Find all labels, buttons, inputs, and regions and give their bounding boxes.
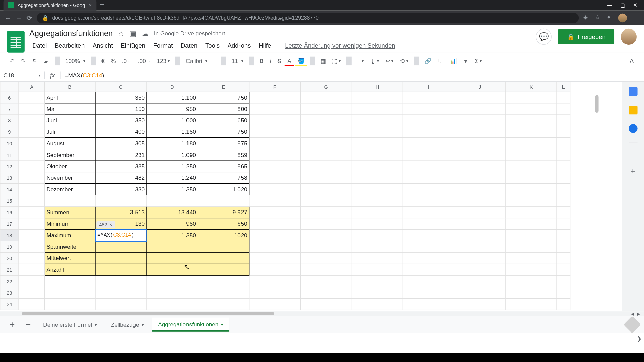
cell[interactable] xyxy=(147,287,198,298)
cell[interactable] xyxy=(454,218,505,229)
cell[interactable] xyxy=(403,287,454,298)
functions-button[interactable]: Σ xyxy=(472,56,484,66)
cell[interactable] xyxy=(557,115,570,126)
cell[interactable] xyxy=(19,230,44,241)
browser-tab[interactable]: Aggregationsfunktionen - Goog × xyxy=(4,0,97,11)
cell[interactable] xyxy=(403,195,454,206)
spreadsheet-grid[interactable]: A B C D E F G H I J K L 6April3501.10075… xyxy=(0,82,570,310)
minimize-icon[interactable]: — xyxy=(607,2,612,8)
cell[interactable] xyxy=(249,138,301,149)
row-header[interactable]: 13 xyxy=(0,172,19,183)
cell[interactable]: 400 xyxy=(95,126,147,137)
scroll-left-icon[interactable]: ◄ xyxy=(630,311,635,317)
cell[interactable] xyxy=(95,195,147,206)
row-header[interactable]: 23 xyxy=(0,287,19,298)
cell[interactable] xyxy=(249,103,301,115)
cell[interactable] xyxy=(249,298,301,310)
cell[interactable]: 1.020 xyxy=(198,184,249,195)
cell[interactable] xyxy=(454,287,505,298)
share-button[interactable]: 🔒 Freigeben xyxy=(558,29,614,44)
cell[interactable] xyxy=(403,241,454,252)
tasks-icon[interactable] xyxy=(629,124,637,133)
cell[interactable] xyxy=(557,126,570,137)
cell[interactable] xyxy=(557,206,570,218)
row-header[interactable]: 12 xyxy=(0,161,19,172)
cell[interactable] xyxy=(557,264,570,276)
fill-color-button[interactable]: 🪣 xyxy=(295,56,307,66)
cell[interactable]: 13.440 xyxy=(147,206,198,218)
cell[interactable] xyxy=(454,252,505,264)
cell[interactable] xyxy=(557,138,570,149)
cell[interactable]: 950 xyxy=(147,218,198,229)
cell[interactable] xyxy=(403,206,454,218)
cell[interactable] xyxy=(454,126,505,137)
col-header-H[interactable]: H xyxy=(352,82,403,92)
cell[interactable] xyxy=(95,241,147,252)
cell[interactable] xyxy=(403,230,454,241)
sheet-tab-1[interactable]: Deine erste Formel▾ xyxy=(37,318,103,331)
cell[interactable] xyxy=(505,276,557,287)
cell[interactable] xyxy=(249,115,301,126)
cell[interactable] xyxy=(19,184,44,195)
cell[interactable]: 950 xyxy=(147,103,198,115)
cell[interactable] xyxy=(352,276,403,287)
cell[interactable] xyxy=(557,195,570,206)
cell[interactable] xyxy=(19,92,44,103)
number-format-select[interactable]: 123 xyxy=(154,56,172,66)
horizontal-scrollbar[interactable] xyxy=(22,312,274,316)
cell[interactable] xyxy=(403,92,454,103)
menu-data[interactable]: Daten xyxy=(178,41,201,50)
cell[interactable] xyxy=(19,172,44,183)
vertical-scrollbar[interactable] xyxy=(595,95,599,113)
undo-button[interactable]: ↶ xyxy=(7,56,17,66)
col-header-J[interactable]: J xyxy=(454,82,505,92)
cell[interactable]: 482×=MAX(C3:C14) xyxy=(95,230,147,241)
cell[interactable] xyxy=(352,172,403,183)
col-header-C[interactable]: C xyxy=(95,82,147,92)
cell[interactable]: 875 xyxy=(198,138,249,149)
chevron-down-icon[interactable]: ▾ xyxy=(95,322,97,327)
col-header-D[interactable]: D xyxy=(147,82,198,92)
forward-button[interactable]: → xyxy=(15,14,22,21)
cell[interactable] xyxy=(19,287,44,298)
cell[interactable] xyxy=(301,195,352,206)
cell[interactable]: 482 xyxy=(95,172,147,183)
cell[interactable] xyxy=(301,276,352,287)
cell[interactable] xyxy=(249,276,301,287)
cell[interactable]: 1.180 xyxy=(147,138,198,149)
cell[interactable] xyxy=(352,115,403,126)
font-size-select[interactable]: 11 xyxy=(229,56,246,66)
cell[interactable] xyxy=(19,149,44,161)
cell[interactable] xyxy=(403,184,454,195)
wrap-button[interactable]: ↩ xyxy=(383,56,396,66)
menu-help[interactable]: Hilfe xyxy=(256,41,274,50)
cell[interactable]: Juli xyxy=(44,126,95,137)
collapse-toolbar-button[interactable]: ᐱ xyxy=(627,56,637,66)
cell[interactable]: Maximum xyxy=(44,230,95,241)
cell[interactable] xyxy=(44,276,95,287)
cell[interactable] xyxy=(198,264,249,276)
currency-button[interactable]: € xyxy=(99,56,107,66)
star-icon[interactable]: ☆ xyxy=(595,13,600,22)
cell[interactable] xyxy=(249,264,301,276)
cell[interactable] xyxy=(301,103,352,115)
star-doc-icon[interactable]: ☆ xyxy=(118,29,124,38)
cell[interactable] xyxy=(249,195,301,206)
cell[interactable]: Mittelwert xyxy=(44,252,95,264)
cell[interactable] xyxy=(249,126,301,137)
cell[interactable] xyxy=(403,161,454,172)
row-header[interactable]: 18 xyxy=(0,230,19,241)
cell[interactable] xyxy=(505,206,557,218)
cell[interactable] xyxy=(352,149,403,161)
cell[interactable]: 385 xyxy=(95,161,147,172)
cell[interactable] xyxy=(198,287,249,298)
cell[interactable] xyxy=(249,92,301,103)
cell[interactable] xyxy=(557,161,570,172)
col-header-L[interactable]: L xyxy=(557,82,570,92)
cell[interactable]: September xyxy=(44,149,95,161)
redo-button[interactable]: ↷ xyxy=(18,56,28,66)
cell[interactable] xyxy=(352,138,403,149)
cell[interactable] xyxy=(454,298,505,310)
cell[interactable] xyxy=(557,298,570,310)
cell[interactable] xyxy=(19,115,44,126)
